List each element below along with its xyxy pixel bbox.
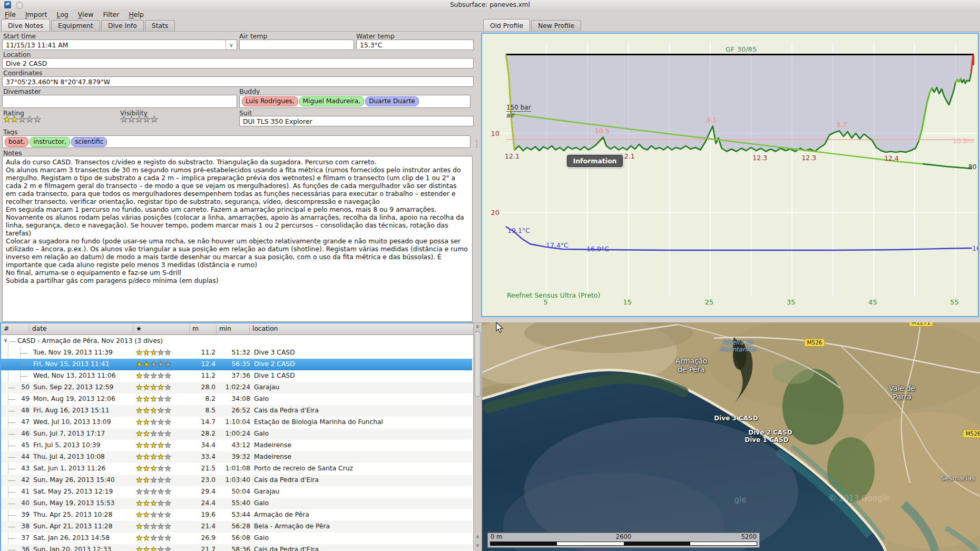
vertical-splitter-handle[interactable] [476, 140, 479, 147]
star-icon[interactable]: ★ [120, 114, 128, 124]
dive-list[interactable]: #date★mminlocation ∨CASD - Armação de Pê… [0, 322, 475, 551]
dive-row[interactable]: 39Thu, Apr 25, 2013 10:28★★★★★19.653:44A… [1, 509, 472, 521]
column-header-min[interactable]: min [219, 325, 231, 332]
scrollbar-thumb[interactable] [475, 331, 481, 397]
buddy-pill[interactable]: Miguel Madureira, [299, 96, 365, 106]
tab-dive-info[interactable]: Dive Info [101, 20, 144, 31]
water-temp-field[interactable]: 15.3°C [356, 40, 474, 50]
dive-rating: ★★★★★ [136, 499, 172, 507]
tab-stats[interactable]: Stats [145, 20, 175, 31]
tab-old-profile[interactable]: Old Profile [483, 19, 530, 31]
buddy-pill[interactable]: Luís Rodrigues, [242, 96, 298, 106]
dive-row[interactable]: 41Sat, May 25, 2013 12:19★★★★★29.450:04G… [1, 486, 472, 498]
menu-filter[interactable]: Filter [98, 9, 124, 18]
star-icon: ★ [143, 534, 151, 542]
dive-row[interactable]: Wed, Nov 13, 2013 11:06★★★★★11.237:36Div… [1, 370, 472, 382]
star-icon: ★ [143, 371, 151, 380]
menu-help[interactable]: Help [124, 9, 149, 18]
tags-field[interactable]: boat,instructor,scientific [2, 135, 471, 148]
star-icon[interactable]: ★ [11, 114, 18, 124]
dive-site-marker-label[interactable]: Dive 3 CASD [714, 415, 758, 422]
dive-row[interactable]: 38Sun, Apr 21, 2013 11:28★★★★★21.456:28B… [1, 521, 472, 533]
tag-pill[interactable]: boat, [5, 137, 28, 147]
dive-depth: 34.4 [187, 441, 215, 449]
tray-icon[interactable] [16, 2, 23, 9]
dive-row[interactable]: 43Sat, Jun 1, 2013 11:26★★★★★21.51:01:08… [1, 463, 472, 475]
dive-row[interactable]: 42Sun, May 26, 2013 15:40★★★★★23.01:03:4… [1, 475, 472, 486]
dive-row[interactable]: 47Wed, Jul 10, 2013 13:09★★★★★14.71:10:0… [1, 417, 472, 428]
star-icon: ★ [143, 418, 151, 426]
tab-new-profile[interactable]: New Profile [531, 20, 581, 31]
column-header-stars[interactable]: ★ [136, 325, 142, 332]
column-header-date[interactable]: date [32, 325, 46, 332]
dive-date: Sun, Jul 7, 2013 17:17 [33, 430, 105, 437]
air-temp-field[interactable] [239, 40, 354, 50]
dive-row[interactable]: 48Fri, Aug 16, 2013 15:11★★★★★8.526:52Ca… [1, 405, 472, 417]
start-time-combo[interactable]: 11/15/13 11:41 AM ∨ [2, 40, 237, 50]
dive-location: Dive 3 CASD [254, 349, 295, 356]
suit-field[interactable]: DUI TLS 350 Explorer [239, 116, 474, 126]
star-icon[interactable]: ★ [150, 114, 158, 124]
menu-view[interactable]: View [73, 9, 99, 18]
star-icon[interactable]: ★ [143, 114, 150, 124]
column-header-location[interactable]: location [252, 325, 278, 332]
location-field[interactable]: Dive 2 CASD [2, 58, 474, 68]
tab-dive-notes[interactable]: Dive Notes [1, 19, 50, 31]
menu-import[interactable]: Import [21, 9, 52, 18]
column-header-m[interactable]: m [192, 325, 199, 332]
scroll-down-icon[interactable]: ∨ [474, 543, 482, 548]
star-icon[interactable]: ★ [33, 114, 41, 124]
divemaster-field[interactable] [2, 95, 237, 108]
scroll-up-icon[interactable]: ∧ [474, 324, 482, 329]
dive-site-map[interactable]: Armação de PêraRibeira de AlcantarilhaVa… [482, 322, 980, 551]
dive-row[interactable]: 40Sun, May 19, 2013 15:53★★★★★24.455:40G… [1, 498, 472, 509]
water-temp-value: 15.3°C [360, 41, 382, 49]
tab-equipment[interactable]: Equipment [51, 20, 100, 31]
peak-annotation: 9.7 [836, 121, 847, 129]
dive-row[interactable]: 49Mon, Aug 19, 2013 12:06★★★★★8.234:08Ga… [1, 393, 472, 405]
dive-row[interactable]: 36Sun, Jan 20, 2013 12:33★★★★★21.758:36C… [1, 544, 472, 551]
star-icon[interactable]: ★ [18, 114, 26, 124]
information-tooltip[interactable]: Information [567, 155, 623, 167]
tag-pill[interactable]: instructor, [30, 137, 70, 147]
dive-row[interactable]: 46Sun, Jul 7, 2013 17:17★★★★★28.21:00:24… [1, 428, 472, 440]
notes-field[interactable]: Aula do curso CASD. Transectos c/video e… [2, 156, 473, 322]
dive-list-header[interactable]: #date★mminlocation [1, 323, 474, 335]
dive-row[interactable]: Tue, Nov 19, 2013 11:39★★★★★11.251:32Div… [1, 347, 472, 359]
menu-log[interactable]: Log [52, 9, 73, 18]
star-icon[interactable]: ★ [128, 114, 135, 124]
scroll-up2-icon[interactable]: ∧ [474, 534, 482, 539]
dive-list-scrollbar[interactable]: ∧ ∧ ∨ [473, 322, 482, 551]
buddy-pill[interactable]: Duarte Duarte [365, 96, 419, 106]
column-separator [189, 324, 190, 333]
rating-stars[interactable]: ★★★★★ [3, 115, 41, 124]
star-icon[interactable]: ★ [135, 114, 143, 124]
visibility-stars[interactable]: ★★★★★ [120, 115, 158, 124]
dive-row[interactable]: 44Thu, Jul 4, 2013 10:08★★★★★33.439:32Ma… [1, 451, 472, 463]
buddy-field[interactable]: Luís Rodrigues,Miguel Madureira,Duarte D… [239, 95, 471, 108]
star-icon: ★ [158, 348, 165, 357]
expander-icon[interactable]: ∨ [4, 337, 7, 343]
dive-row[interactable]: Fri, Nov 15, 2013 11:41★★★★★12.456:35Div… [1, 359, 472, 370]
title-bar[interactable]: Subsurface: paneves.xml [0, 0, 980, 9]
star-icon[interactable]: ★ [3, 114, 11, 124]
dive-site-marker-label[interactable]: Dive 2 CASD [748, 429, 792, 437]
dive-number: 48 [12, 407, 30, 414]
coordinates-field[interactable]: 37°05'23.460"N 8°20'47.879"W [2, 76, 474, 87]
dive-duration: 1:02:24 [214, 383, 250, 391]
dive-row[interactable]: 50Sun, Sep 22, 2013 12:59★★★★★28.01:02:2… [1, 382, 472, 393]
water-temp-label: Water temp [356, 32, 395, 40]
tag-pill[interactable]: scientific [71, 137, 107, 147]
dive-profile-chart[interactable]: GF 30/85 10 20 150 bar air 80 10.8m 19.1… [481, 33, 979, 317]
dive-site-marker-label[interactable]: Dive 1 CASD [744, 437, 788, 444]
star-icon: ★ [150, 487, 158, 496]
dive-rating: ★★★★★ [136, 360, 172, 368]
dive-row[interactable]: 37Sat, Jan 26, 2013 14:58★★★★★26.956:08G… [1, 533, 472, 544]
chevron-down-icon[interactable]: ∨ [226, 40, 237, 50]
star-icon[interactable]: ★ [26, 114, 33, 124]
dive-row[interactable]: 45Fri, Jul 5, 2013 10:39★★★★★34.443:12Ma… [1, 440, 472, 451]
pressure-start-label: 150 bar [506, 104, 531, 112]
column-header-num[interactable]: # [4, 325, 9, 332]
menu-file[interactable]: File [0, 9, 21, 18]
trip-group-row[interactable]: ∨CASD - Armação de Pêra, Nov 2013 (3 div… [1, 336, 472, 347]
